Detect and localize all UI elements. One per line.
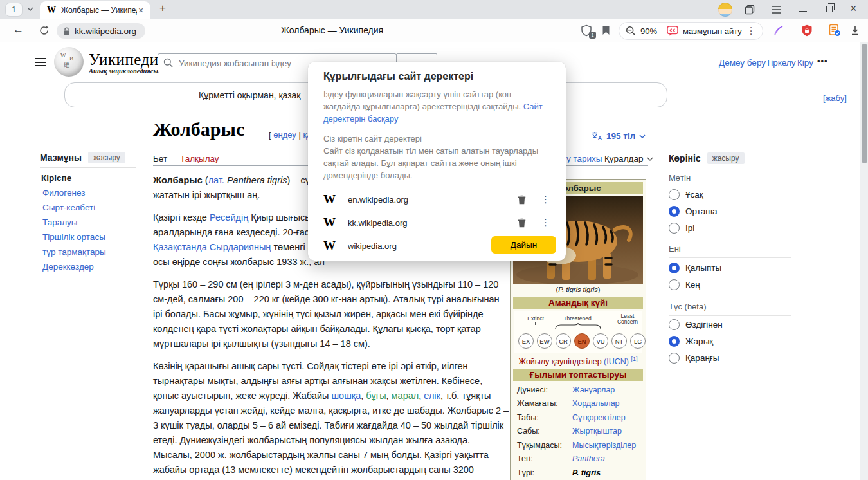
banner-close-link[interactable]: [жабу] bbox=[823, 93, 847, 103]
taxonomy-row: Дүниесі:Жануарлар bbox=[513, 383, 643, 397]
taxonomy-link[interactable]: Хордалылар bbox=[572, 398, 620, 409]
login-link[interactable]: Кіру bbox=[797, 58, 813, 68]
toc-divider bbox=[40, 167, 136, 168]
status-circle: LC bbox=[630, 333, 646, 349]
profile-avatar[interactable] bbox=[718, 3, 732, 17]
language-selector-button[interactable]: A 195 тіл bbox=[592, 131, 646, 141]
site-more-icon[interactable]: ⋮ bbox=[541, 217, 550, 228]
shield-badge: 1 bbox=[589, 32, 596, 39]
status-circle: NT bbox=[611, 333, 627, 349]
appearance-hide-button[interactable]: жасыру bbox=[707, 152, 745, 164]
browser-tab-active[interactable]: W Жолбарыс — Уикипед × bbox=[40, 1, 150, 19]
taxonomy-link[interactable]: Мысықтәрізділер bbox=[572, 440, 636, 451]
radio-icon[interactable] bbox=[669, 189, 680, 200]
radio-width-standard[interactable]: Қалыпты bbox=[669, 263, 721, 273]
toc-item-appearance[interactable]: Сырт-келбеті bbox=[42, 203, 95, 212]
status-heading: Амандық күйі bbox=[513, 297, 643, 309]
color-group-label: Түс (beta) bbox=[669, 302, 791, 316]
radio-icon[interactable] bbox=[669, 353, 680, 364]
protect-shield-icon[interactable]: 1 bbox=[581, 24, 595, 37]
radio-label: Жарық bbox=[685, 337, 713, 346]
radio-icon[interactable] bbox=[669, 319, 680, 330]
radio-icon[interactable] bbox=[669, 206, 680, 217]
radio-text-small[interactable]: Ұсақ bbox=[669, 189, 703, 200]
main-menu-icon[interactable] bbox=[35, 58, 46, 66]
taxonomy-link[interactable]: Жануарлар bbox=[572, 385, 615, 396]
bookmark-icon[interactable] bbox=[602, 25, 610, 35]
radio-icon[interactable] bbox=[669, 223, 680, 234]
back-button[interactable]: ← bbox=[13, 23, 24, 36]
taxonomy-species: P. tigris bbox=[572, 468, 601, 479]
site-domain: en.wikipedia.org bbox=[348, 195, 408, 205]
address-bar[interactable]: kk.wikipedia.org bbox=[57, 23, 145, 39]
status-reference[interactable]: [1] bbox=[631, 356, 637, 362]
radio-text-large[interactable]: Ірі bbox=[669, 223, 694, 234]
donate-link[interactable]: Демеу беру bbox=[719, 58, 766, 68]
toc-item-phylogenesis[interactable]: Филогенез bbox=[42, 188, 85, 198]
language-count: 195 тіл bbox=[606, 131, 635, 141]
radio-color-auto[interactable]: Өздігінен bbox=[669, 319, 723, 330]
toc-item-distribution[interactable]: Таралуы bbox=[42, 217, 78, 227]
pill-more-icon[interactable]: ⋮ bbox=[746, 25, 756, 37]
extension-document-icon[interactable] bbox=[828, 24, 841, 37]
radio-icon[interactable] bbox=[669, 279, 680, 290]
extension-shield-lock-icon[interactable] bbox=[801, 24, 813, 37]
toc-item-intro[interactable]: Кіріспе bbox=[41, 173, 71, 183]
taxonomy-link[interactable]: Panthera bbox=[572, 454, 605, 465]
tab-groups-icon[interactable] bbox=[745, 5, 755, 15]
status-iucn-link[interactable]: (IUCN) bbox=[604, 357, 629, 366]
classification-heading: Ғылыми топтастыруы bbox=[513, 369, 643, 381]
lock-icon[interactable] bbox=[63, 27, 70, 35]
zoom-level[interactable]: 90% bbox=[640, 26, 657, 36]
read-aloud-icon[interactable] bbox=[667, 26, 678, 36]
popup-title: Құрылғыдағы сайт деректері bbox=[323, 71, 550, 82]
tab-count-button[interactable]: 1 bbox=[5, 3, 23, 17]
tab-talk[interactable]: Талқылау bbox=[180, 154, 219, 163]
register-link[interactable]: Тіркелу bbox=[766, 58, 796, 68]
radio-icon[interactable] bbox=[669, 336, 680, 347]
site-more-icon[interactable]: ⋮ bbox=[541, 194, 550, 205]
radio-color-light[interactable]: Жарық bbox=[669, 336, 713, 347]
header-more-icon[interactable]: ••• bbox=[817, 57, 828, 66]
new-tab-button[interactable]: + bbox=[159, 2, 166, 15]
radio-color-dark[interactable]: Қараңғы bbox=[669, 353, 719, 364]
done-button[interactable]: Дайын bbox=[491, 236, 556, 254]
window-restore-button[interactable] bbox=[826, 6, 833, 12]
window-minimize-button[interactable] bbox=[799, 11, 807, 12]
toc-item-subspecies[interactable]: түр тармақтары bbox=[42, 247, 106, 257]
radio-width-wide[interactable]: Кең bbox=[669, 279, 700, 290]
zoom-out-icon[interactable] bbox=[626, 26, 636, 36]
extension-quill-icon[interactable] bbox=[773, 25, 784, 37]
tab-list-chevron-icon[interactable] bbox=[27, 7, 33, 11]
toc-item-references[interactable]: Дереккөздер bbox=[42, 262, 94, 272]
reload-button[interactable] bbox=[39, 25, 50, 36]
appearance-heading-row: Көрініс жасыру bbox=[669, 152, 745, 164]
scrollbar-thumb[interactable] bbox=[862, 44, 867, 163]
site-domain: kk.wikipedia.org bbox=[348, 218, 408, 228]
toc-item-habitat[interactable]: Тіршілік ортасы bbox=[42, 232, 105, 242]
status-circle: VU bbox=[593, 333, 608, 349]
tab-history-partial[interactable]: у тарихы bbox=[566, 154, 602, 163]
taxonomy-link[interactable]: Жыртқыштар bbox=[572, 426, 622, 437]
radio-label: Ұсақ bbox=[685, 190, 703, 199]
browser-menu-icon[interactable] bbox=[772, 6, 781, 14]
page-scrollbar[interactable] bbox=[860, 42, 868, 480]
read-aloud-label[interactable]: мазмұнын айту bbox=[683, 26, 742, 36]
tab-close-icon[interactable]: × bbox=[138, 6, 143, 15]
taxonomy-link[interactable]: Сүтқоректілер bbox=[572, 412, 626, 423]
status-text-line: Жойылу қаупіндегілер (IUCN) [1] bbox=[513, 356, 643, 366]
wikipedia-globe-logo[interactable]: WИ维 bbox=[54, 47, 84, 77]
tools-menu-button[interactable]: Құралдар bbox=[604, 154, 653, 163]
tab-page[interactable]: Бет bbox=[153, 154, 167, 163]
radio-icon[interactable] bbox=[669, 263, 680, 273]
radio-label: Қалыпты bbox=[685, 263, 721, 273]
status-circle: EN bbox=[574, 333, 590, 349]
taxonomy-row: Жамағаты:Хордалылар bbox=[513, 397, 643, 411]
download-icon[interactable] bbox=[850, 25, 860, 36]
window-close-button[interactable]: × bbox=[850, 2, 857, 15]
chevron-down-icon bbox=[639, 134, 646, 138]
delete-site-icon[interactable] bbox=[518, 218, 526, 228]
radio-text-medium[interactable]: Орташа bbox=[669, 206, 718, 217]
delete-site-icon[interactable] bbox=[518, 195, 526, 205]
toc-hide-button[interactable]: жасыру bbox=[88, 152, 125, 163]
